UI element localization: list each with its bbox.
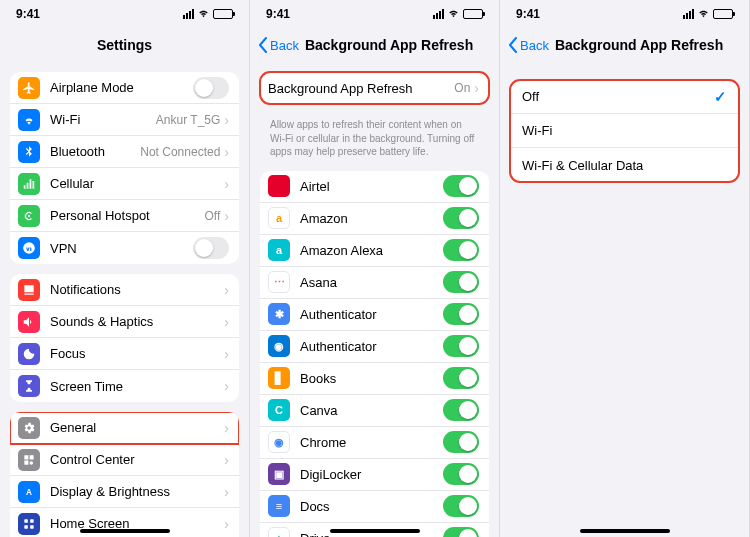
chevron-right-icon: › xyxy=(474,80,479,96)
chevron-right-icon: › xyxy=(224,208,229,224)
digilocker-app-icon: ▣ xyxy=(268,463,290,485)
settings-list[interactable]: Airplane ModeWi-FiAnkur T_5G›BluetoothNo… xyxy=(0,62,249,537)
auth1-app-icon: ✱ xyxy=(268,303,290,325)
row-label: Sounds & Haptics xyxy=(50,314,224,329)
settings-row-general[interactable]: General› xyxy=(10,412,239,444)
chevron-right-icon: › xyxy=(224,282,229,298)
auth2-app-icon: ◉ xyxy=(268,335,290,357)
battery-icon xyxy=(713,9,733,19)
chevron-right-icon: › xyxy=(224,484,229,500)
app-row-auth1: ✱Authenticator xyxy=(260,299,489,331)
docs-toggle[interactable] xyxy=(443,495,479,517)
option-wifi[interactable]: Wi-Fi xyxy=(510,114,739,148)
page-title: Background App Refresh xyxy=(305,37,473,53)
status-indicators xyxy=(183,9,233,19)
amazon-toggle[interactable] xyxy=(443,207,479,229)
battery-icon xyxy=(463,9,483,19)
settings-row-airplane[interactable]: Airplane Mode xyxy=(10,72,239,104)
hotspot-icon xyxy=(18,205,40,227)
screen-refresh-options: 9:41 Back Background App Refresh Off✓Wi-… xyxy=(500,0,750,537)
row-label: Bluetooth xyxy=(50,144,140,159)
status-indicators xyxy=(683,9,733,19)
status-bar: 9:41 xyxy=(500,0,749,28)
settings-row-wifi[interactable]: Wi-FiAnkur T_5G› xyxy=(10,104,239,136)
settings-row-vpn[interactable]: VPN xyxy=(10,232,239,264)
row-detail: On xyxy=(454,81,470,95)
app-row-asana: ⋯Asana xyxy=(260,267,489,299)
chevron-right-icon: › xyxy=(224,112,229,128)
app-label: Docs xyxy=(300,499,443,514)
option-wificell[interactable]: Wi-Fi & Cellular Data xyxy=(510,148,739,182)
settings-row-screentime[interactable]: Screen Time› xyxy=(10,370,239,402)
asana-toggle[interactable] xyxy=(443,271,479,293)
app-label: Amazon Alexa xyxy=(300,243,443,258)
focus-icon xyxy=(18,343,40,365)
auth2-toggle[interactable] xyxy=(443,335,479,357)
vpn-toggle[interactable] xyxy=(193,237,229,259)
screen-settings: 9:41 Settings Airplane ModeWi-FiAnkur T_… xyxy=(0,0,250,537)
cellular-icon xyxy=(18,173,40,195)
row-label: Notifications xyxy=(50,282,224,297)
back-button[interactable]: Back xyxy=(508,37,549,53)
svg-rect-2 xyxy=(30,519,34,523)
airtel-toggle[interactable] xyxy=(443,175,479,197)
row-label: Screen Time xyxy=(50,379,224,394)
status-time: 9:41 xyxy=(266,7,290,21)
canva-toggle[interactable] xyxy=(443,399,479,421)
canva-app-icon: C xyxy=(268,399,290,421)
app-label: Authenticator xyxy=(300,339,443,354)
wifi-icon xyxy=(197,9,210,19)
row-label: Wi-Fi xyxy=(50,112,156,127)
drive-toggle[interactable] xyxy=(443,527,479,537)
home-indicator[interactable] xyxy=(80,529,170,533)
app-row-docs: ≡Docs xyxy=(260,491,489,523)
digilocker-toggle[interactable] xyxy=(443,463,479,485)
drive-app-icon: ▲ xyxy=(268,527,290,537)
back-label: Back xyxy=(520,38,549,53)
auth1-toggle[interactable] xyxy=(443,303,479,325)
settings-row-hotspot[interactable]: Personal HotspotOff› xyxy=(10,200,239,232)
background-refresh-row[interactable]: Background App Refresh On › xyxy=(260,72,489,104)
alexa-app-icon: a xyxy=(268,239,290,261)
status-bar: 9:41 xyxy=(0,0,249,28)
settings-row-cellular[interactable]: Cellular› xyxy=(10,168,239,200)
options-list[interactable]: Off✓Wi-FiWi-Fi & Cellular Data xyxy=(500,62,749,537)
settings-row-bluetooth[interactable]: BluetoothNot Connected› xyxy=(10,136,239,168)
page-title: Background App Refresh xyxy=(555,37,723,53)
settings-row-notifications[interactable]: Notifications› xyxy=(10,274,239,306)
option-off[interactable]: Off✓ xyxy=(510,80,739,114)
app-label: Amazon xyxy=(300,211,443,226)
status-indicators xyxy=(433,9,483,19)
row-label: Cellular xyxy=(50,176,224,191)
chevron-right-icon: › xyxy=(224,420,229,436)
home-indicator[interactable] xyxy=(580,529,670,533)
alexa-toggle[interactable] xyxy=(443,239,479,261)
app-row-alexa: aAmazon Alexa xyxy=(260,235,489,267)
sounds-icon xyxy=(18,311,40,333)
settings-row-controlcenter[interactable]: Control Center› xyxy=(10,444,239,476)
status-time: 9:41 xyxy=(16,7,40,21)
chrome-toggle[interactable] xyxy=(443,431,479,453)
status-time: 9:41 xyxy=(516,7,540,21)
row-label: Display & Brightness xyxy=(50,484,224,499)
svg-rect-3 xyxy=(24,525,28,529)
back-button[interactable]: Back xyxy=(258,37,299,53)
settings-row-sounds[interactable]: Sounds & Haptics› xyxy=(10,306,239,338)
chevron-right-icon: › xyxy=(224,144,229,160)
option-label: Wi-Fi xyxy=(522,123,552,138)
row-detail: Ankur T_5G xyxy=(156,113,220,127)
home-indicator[interactable] xyxy=(330,529,420,533)
general-icon xyxy=(18,417,40,439)
cellular-signal-icon xyxy=(183,9,194,19)
refresh-list[interactable]: Background App Refresh On › Allow apps t… xyxy=(250,62,499,537)
books-toggle[interactable] xyxy=(443,367,479,389)
settings-row-display[interactable]: ADisplay & Brightness› xyxy=(10,476,239,508)
chevron-right-icon: › xyxy=(224,452,229,468)
row-detail: Off xyxy=(205,209,221,223)
notifications-icon xyxy=(18,279,40,301)
app-label: DigiLocker xyxy=(300,467,443,482)
airplane-toggle[interactable] xyxy=(193,77,229,99)
chevron-right-icon: › xyxy=(224,516,229,532)
settings-row-focus[interactable]: Focus› xyxy=(10,338,239,370)
battery-icon xyxy=(213,9,233,19)
